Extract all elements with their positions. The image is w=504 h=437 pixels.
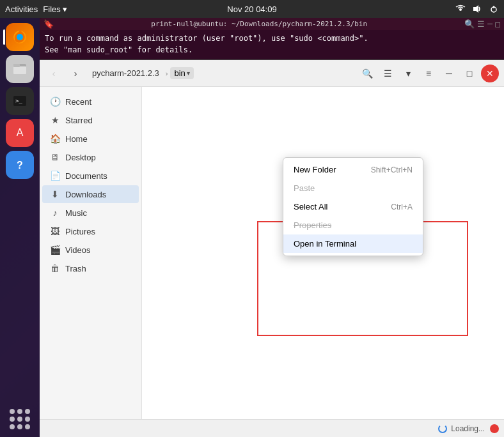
view-options-button[interactable]: ▾ <box>399 65 417 82</box>
menu-button[interactable]: ≡ <box>420 65 437 82</box>
starred-icon: ★ <box>50 115 60 125</box>
app-grid-button[interactable] <box>10 409 30 429</box>
paste-label: Paste <box>294 183 315 193</box>
sidebar-label-videos: Videos <box>65 245 91 255</box>
record-button[interactable] <box>490 424 499 433</box>
context-menu-open-terminal[interactable]: Open in Terminal <box>283 234 423 253</box>
sidebar-label-trash: Trash <box>65 264 86 273</box>
sidebar-item-videos[interactable]: 🎬 Videos <box>42 241 139 259</box>
taskbar-appstore[interactable]: A <box>6 119 34 147</box>
terminal-search-icon[interactable]: 🔍 <box>464 19 475 29</box>
files-menu[interactable]: Files ▾ <box>43 4 67 14</box>
select-all-label: Select All <box>294 202 327 211</box>
file-manager: 🔖 print-null@ubuntu: ~/Downloads/pycharm… <box>40 18 504 437</box>
sidebar-item-documents[interactable]: 📄 Documents <box>42 167 139 185</box>
files-menu-arrow: ▾ <box>63 4 67 14</box>
terminal-title: print-null@ubuntu: ~/Downloads/pycharm-2… <box>58 20 461 28</box>
back-button[interactable]: ‹ <box>45 65 63 82</box>
sidebar-label-downloads: Downloads <box>65 190 106 199</box>
downloads-icon: ⬇ <box>50 189 60 199</box>
breadcrumb-dropdown-arrow: ▾ <box>187 70 190 77</box>
home-icon: 🏠 <box>50 134 60 144</box>
new-folder-shortcut: Shift+Ctrl+N <box>371 165 413 174</box>
sidebar-item-desktop[interactable]: 🖥 Desktop <box>42 148 139 166</box>
files-window: ‹ › pycharm-2021.2.3 › bin ▾ 🔍 ☰ ▾ ≡ ─ □… <box>40 60 504 437</box>
terminal-menu-icon[interactable]: ☰ <box>477 19 485 29</box>
terminal-window: 🔖 print-null@ubuntu: ~/Downloads/pycharm… <box>40 18 504 60</box>
terminal-nav-icon: 🔖 <box>43 19 54 29</box>
taskbar: >_ A ? <box>0 18 40 437</box>
sidebar-label-desktop: Desktop <box>65 153 96 162</box>
taskbar-help[interactable]: ? <box>6 151 34 179</box>
system-datetime: Nov 20 04:09 <box>227 4 276 14</box>
sidebar-label-starred: Starred <box>65 116 93 125</box>
taskbar-files[interactable] <box>6 55 34 83</box>
terminal-titlebar: 🔖 print-null@ubuntu: ~/Downloads/pycharm… <box>40 18 504 30</box>
svg-text:A: A <box>17 127 24 138</box>
power-icon[interactable] <box>489 4 499 13</box>
sidebar-item-trash[interactable]: 🗑 Trash <box>42 259 139 277</box>
terminal-minimize-icon[interactable]: ─ <box>487 19 492 29</box>
sidebar-item-recent[interactable]: 🕐 Recent <box>42 93 139 111</box>
breadcrumb-bin[interactable]: bin ▾ <box>170 67 193 79</box>
close-button[interactable]: ✕ <box>481 65 499 82</box>
sidebar-label-documents: Documents <box>65 171 107 181</box>
context-menu-properties[interactable]: Properties <box>283 216 423 234</box>
taskbar-terminal[interactable]: >_ <box>6 87 34 115</box>
files-toolbar: ‹ › pycharm-2021.2.3 › bin ▾ 🔍 ☰ ▾ ≡ ─ □… <box>40 60 504 87</box>
sidebar-item-home[interactable]: 🏠 Home <box>42 130 139 148</box>
network-icon[interactable] <box>455 4 466 13</box>
maximize-button[interactable]: □ <box>461 65 478 82</box>
search-button[interactable]: 🔍 <box>358 65 376 82</box>
loading-text: Loading... <box>451 424 485 433</box>
svg-marker-1 <box>473 5 478 13</box>
audio-icon[interactable] <box>472 4 482 13</box>
svg-text:?: ? <box>17 160 23 171</box>
terminal-maximize-icon[interactable]: □ <box>495 19 500 29</box>
taskbar-firefox[interactable] <box>6 23 34 51</box>
list-view-button[interactable]: ☰ <box>379 65 397 82</box>
recent-icon: 🕐 <box>50 96 60 107</box>
forward-button[interactable]: › <box>67 65 84 82</box>
svg-text:>_: >_ <box>15 98 22 104</box>
breadcrumb-separator: › <box>166 70 168 77</box>
terminal-buttons: 🔍 ☰ ─ □ <box>464 19 500 29</box>
breadcrumb-pycharm[interactable]: pycharm-2021.2.3 <box>88 67 163 79</box>
minimize-button[interactable]: ─ <box>440 65 458 82</box>
music-icon: ♪ <box>50 208 60 218</box>
videos-icon: 🎬 <box>50 245 60 255</box>
properties-label: Properties <box>294 220 331 230</box>
documents-icon: 📄 <box>50 171 60 181</box>
sidebar-item-downloads[interactable]: ⬇ Downloads <box>42 185 139 203</box>
sidebar-item-music[interactable]: ♪ Music <box>42 204 139 222</box>
activities-button[interactable]: Activities <box>5 4 38 14</box>
sidebar-item-starred[interactable]: ★ Starred <box>42 111 139 129</box>
context-menu: New Folder Shift+Ctrl+N Paste Select All… <box>283 157 423 256</box>
svg-rect-7 <box>13 66 26 74</box>
sidebar-label-home: Home <box>65 134 88 144</box>
terminal-line2: See "man sudo_root" for details. <box>45 44 499 56</box>
open-terminal-label: Open in Terminal <box>294 239 356 249</box>
sidebar: 🕐 Recent ★ Starred 🏠 Home 🖥 Desktop 📄 <box>40 87 142 419</box>
context-menu-select-all[interactable]: Select All Ctrl+A <box>283 197 423 216</box>
status-bar: Loading... <box>40 419 504 437</box>
toolbar-right-buttons: 🔍 ☰ ▾ ≡ ─ □ ✕ <box>358 65 499 82</box>
sidebar-item-pictures[interactable]: 🖼 Pictures <box>42 222 139 240</box>
terminal-line1: To run a command as administrator (user … <box>45 33 499 44</box>
sidebar-label-recent: Recent <box>65 97 91 107</box>
file-area[interactable]: New Folder Shift+Ctrl+N Paste Select All… <box>142 87 504 419</box>
loading-spinner <box>438 424 447 433</box>
context-menu-paste: Paste <box>283 179 423 197</box>
sidebar-label-music: Music <box>65 208 87 218</box>
svg-point-5 <box>17 34 23 40</box>
trash-icon: 🗑 <box>50 263 60 273</box>
files-content: 🕐 Recent ★ Starred 🏠 Home 🖥 Desktop 📄 <box>40 87 504 419</box>
select-all-shortcut: Ctrl+A <box>391 203 413 211</box>
desktop-icon: 🖥 <box>50 152 60 162</box>
svg-rect-8 <box>13 64 20 67</box>
pictures-icon: 🖼 <box>50 226 60 236</box>
context-menu-new-folder[interactable]: New Folder Shift+Ctrl+N <box>283 160 423 179</box>
loading-indicator: Loading... <box>438 424 485 433</box>
svg-point-0 <box>459 8 462 11</box>
system-bar: Activities Files ▾ Nov 20 04:09 <box>0 0 504 18</box>
